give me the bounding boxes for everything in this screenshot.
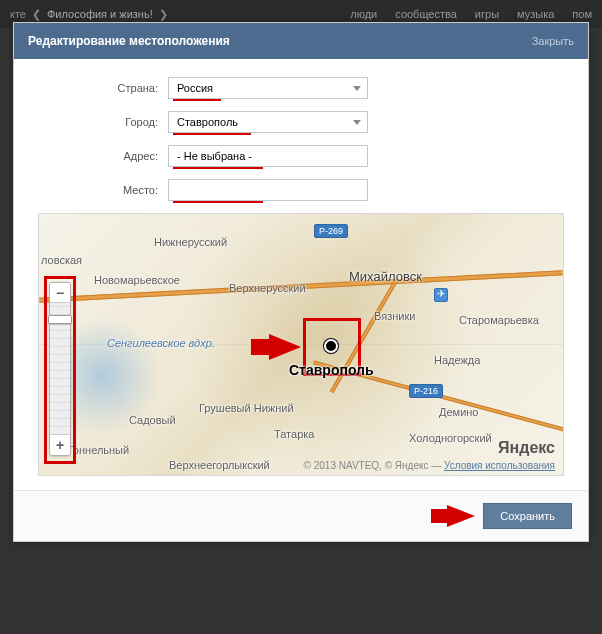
- map-label: Надежда: [434, 354, 480, 366]
- zoom-out-button[interactable]: −: [50, 283, 70, 303]
- row-place: Место:: [38, 179, 564, 201]
- credit-text: © 2013 NAVTEQ, © Яндекс —: [304, 460, 444, 471]
- map[interactable]: Нижнерусский ловская Новомарьевское Верх…: [38, 213, 564, 476]
- map-marker[interactable]: [324, 339, 342, 357]
- nav-item-communities[interactable]: сообщества: [395, 8, 457, 20]
- map-credit: © 2013 NAVTEQ, © Яндекс — Условия исполь…: [304, 460, 555, 471]
- country-select[interactable]: Россия: [168, 77, 368, 99]
- row-country: Страна: Россия: [38, 77, 564, 99]
- chevron-down-icon: [353, 120, 361, 125]
- map-label: Нижнерусский: [154, 236, 227, 248]
- road-badge: Р-269: [314, 224, 348, 238]
- map-label: Татарка: [274, 428, 314, 440]
- road-badge: Р-216: [409, 384, 443, 398]
- modal-body: Страна: Россия Город: Ставрополь Адрес:: [14, 59, 588, 490]
- location-edit-modal: Редактирование местоположения Закрыть Ст…: [13, 22, 589, 542]
- zoom-handle[interactable]: [48, 315, 72, 324]
- chevron-down-icon: [353, 86, 361, 91]
- nav-item-help[interactable]: пом: [572, 8, 592, 20]
- modal-header: Редактирование местоположения Закрыть: [14, 23, 588, 59]
- nav-item-games[interactable]: игры: [475, 8, 499, 20]
- modal-title: Редактирование местоположения: [28, 34, 230, 48]
- chevron-left-icon[interactable]: ❮: [32, 8, 41, 21]
- map-label: Садовый: [129, 414, 176, 426]
- map-label: Вязники: [374, 310, 415, 322]
- map-label: ловская: [41, 254, 82, 266]
- marker-pin-icon: [324, 339, 338, 353]
- highlight-underline: [173, 99, 221, 101]
- place-label: Место:: [38, 184, 168, 196]
- breadcrumb-title[interactable]: Философия и жизнь!: [47, 8, 153, 20]
- map-label: Тоннельный: [67, 444, 129, 456]
- map-label: Верхнерусский: [229, 282, 306, 294]
- marker-label: Ставрополь: [289, 362, 374, 378]
- zoom-slider[interactable]: [50, 303, 70, 435]
- map-label: Верхнеегорлыкский: [169, 459, 270, 471]
- map-label: Старомарьевка: [459, 314, 539, 326]
- row-address: Адрес:: [38, 145, 564, 167]
- address-label: Адрес:: [38, 150, 168, 162]
- city-value: Ставрополь: [177, 116, 238, 128]
- place-input[interactable]: [168, 179, 368, 201]
- city-label: Город:: [38, 116, 168, 128]
- close-button[interactable]: Закрыть: [532, 35, 574, 47]
- country-value: Россия: [177, 82, 213, 94]
- arrow-icon: [269, 334, 301, 360]
- map-label: Михайловск: [349, 269, 422, 284]
- country-label: Страна:: [38, 82, 168, 94]
- highlight-underline: [173, 133, 251, 135]
- highlight-underline: [173, 201, 263, 203]
- nav-item-people[interactable]: люди: [350, 8, 377, 20]
- map-label: Демино: [439, 406, 478, 418]
- map-label: Грушевый Нижний: [199, 402, 294, 414]
- map-label: Сенгилеевское вдхр.: [107, 337, 215, 349]
- address-input[interactable]: [168, 145, 368, 167]
- city-select[interactable]: Ставрополь: [168, 111, 368, 133]
- row-city: Город: Ставрополь: [38, 111, 564, 133]
- yandex-logo: Яндекс: [498, 439, 555, 457]
- map-terms-link[interactable]: Условия использования: [444, 460, 555, 471]
- zoom-control: − +: [49, 282, 71, 456]
- modal-footer: Сохранить: [14, 490, 588, 541]
- nav-item-music[interactable]: музыка: [517, 8, 554, 20]
- arrow-icon: [447, 505, 475, 527]
- zoom-in-button[interactable]: +: [50, 435, 70, 455]
- map-label: Холодногорский: [409, 432, 492, 444]
- map-label: Новомарьевское: [94, 274, 180, 286]
- highlight-underline: [173, 167, 263, 169]
- logo-fragment: кте: [10, 8, 26, 20]
- save-button[interactable]: Сохранить: [483, 503, 572, 529]
- airport-icon: [434, 288, 448, 302]
- chevron-right-icon[interactable]: ❯: [159, 8, 168, 21]
